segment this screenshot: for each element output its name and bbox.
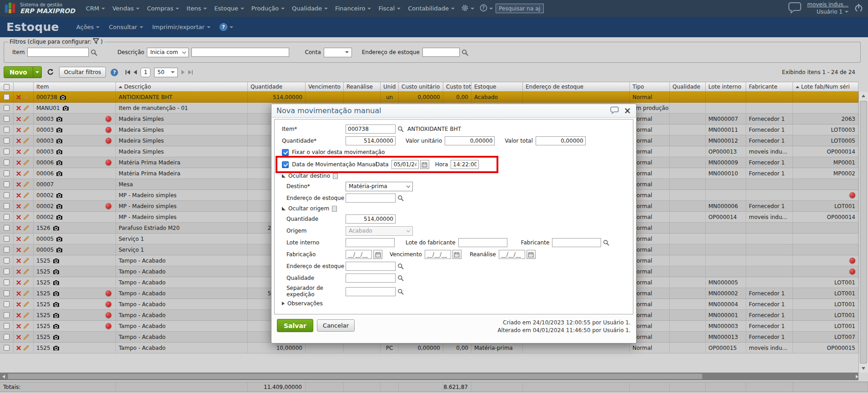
topbar-menu-5[interactable]: Produção	[251, 5, 285, 12]
endereco-estoque-input[interactable]	[346, 194, 396, 203]
topbar-menu-0[interactable]: CRM	[86, 5, 105, 12]
row-checkbox[interactable]	[4, 247, 10, 253]
delete-icon[interactable]	[16, 226, 21, 230]
horizontal-scrollbar[interactable]	[0, 373, 858, 380]
row-checkbox[interactable]	[4, 127, 10, 133]
delete-icon[interactable]	[16, 160, 21, 165]
edit-icon[interactable]	[23, 269, 29, 274]
search-icon[interactable]	[397, 263, 404, 269]
endereco-estoque-origem-input[interactable]	[346, 262, 396, 271]
delete-icon[interactable]	[16, 204, 21, 209]
reanalise-date-input[interactable]	[499, 250, 525, 259]
topbar-menu-2[interactable]: Compras	[147, 5, 179, 12]
help-icon[interactable]: ?	[110, 69, 118, 76]
topbar-menu-4[interactable]: Estoque	[214, 5, 244, 12]
vertical-scrollbar-thumb[interactable]	[860, 101, 867, 363]
calendar-icon[interactable]	[452, 250, 462, 259]
edit-icon[interactable]	[23, 214, 29, 220]
column-header-ct[interactable]: Custo total	[443, 82, 472, 91]
scroll-down-icon[interactable]	[859, 364, 868, 373]
help-search-input[interactable]	[496, 4, 544, 13]
expand-section-icon[interactable]	[282, 302, 285, 305]
column-header-rean[interactable]: Reanálise	[344, 82, 381, 91]
valor-unitario-input[interactable]	[445, 136, 495, 145]
collapse-section-icon[interactable]	[282, 207, 286, 210]
edit-icon[interactable]	[23, 290, 29, 296]
select-all-checkbox[interactable]	[4, 84, 10, 90]
topbar-menu-6[interactable]: Qualidade	[292, 5, 328, 12]
close-icon[interactable]: ×	[624, 106, 631, 115]
vencimento-date-input[interactable]	[425, 250, 451, 259]
delete-icon[interactable]	[16, 248, 21, 252]
edit-icon[interactable]	[23, 258, 29, 264]
column-header-unid[interactable]: Unid	[381, 82, 399, 91]
edit-icon[interactable]	[23, 334, 29, 340]
filter-item-input[interactable]	[27, 48, 89, 57]
calendar-icon[interactable]	[373, 250, 382, 259]
page-size-select[interactable]: 50	[154, 68, 178, 77]
row-checkbox[interactable]	[4, 301, 10, 307]
novo-dropdown-arrow[interactable]	[33, 67, 41, 78]
column-header-tipo[interactable]: Tipo	[630, 82, 670, 91]
row-checkbox[interactable]	[4, 323, 10, 329]
row-checkbox[interactable]	[4, 203, 10, 209]
scroll-left-icon[interactable]	[0, 373, 7, 380]
delete-icon[interactable]	[16, 171, 21, 176]
account-link[interactable]: moveis indus...	[807, 1, 848, 9]
edit-icon[interactable]	[23, 345, 29, 351]
edit-icon[interactable]	[23, 312, 29, 318]
row-checkbox[interactable]	[4, 345, 10, 351]
destino-select[interactable]: Matéria-prima	[346, 182, 413, 191]
delete-icon[interactable]	[16, 259, 21, 263]
topbar-menu-9[interactable]: Contabilidade	[408, 5, 455, 12]
search-icon[interactable]	[90, 49, 97, 56]
next-page-button[interactable]	[181, 70, 185, 75]
search-icon[interactable]	[397, 126, 404, 132]
search-icon[interactable]	[397, 289, 404, 295]
refresh-icon[interactable]	[47, 69, 54, 76]
column-header-qtd[interactable]: Quantidade	[248, 82, 306, 91]
fabricacao-date-input[interactable]	[346, 250, 372, 259]
edit-icon[interactable]	[23, 225, 29, 231]
filter-descricao-operator-select[interactable]: Inicia com	[147, 48, 189, 57]
valor-total-input[interactable]	[536, 136, 586, 145]
topbar-menu-8[interactable]: Fiscal	[378, 5, 401, 12]
calendar-icon[interactable]	[527, 250, 536, 259]
row-checkbox[interactable]	[4, 170, 10, 176]
previous-page-button[interactable]	[134, 70, 137, 75]
delete-icon[interactable]	[16, 335, 21, 339]
row-checkbox[interactable]	[4, 236, 10, 242]
scroll-up-icon[interactable]	[859, 92, 868, 100]
delete-icon[interactable]	[16, 117, 21, 121]
delete-icon[interactable]	[16, 313, 21, 318]
hora-input[interactable]	[451, 160, 479, 169]
row-checkbox[interactable]	[4, 138, 10, 144]
settings-menu[interactable]	[461, 4, 474, 13]
delete-icon[interactable]	[16, 139, 21, 143]
logout-power-icon[interactable]	[854, 3, 863, 14]
row-checkbox[interactable]	[4, 181, 10, 187]
delete-icon[interactable]	[16, 182, 21, 187]
filters-legend[interactable]: Filtros (clique para configurar: )	[8, 38, 105, 45]
edit-icon[interactable]	[23, 236, 29, 242]
row-checkbox[interactable]	[4, 214, 10, 220]
quantidade-input[interactable]	[346, 136, 396, 145]
first-page-button[interactable]	[125, 70, 130, 75]
delete-icon[interactable]	[16, 215, 21, 219]
column-header-est[interactable]: Estoque	[472, 82, 523, 91]
ocultar-destino-label[interactable]: Ocultar destino	[288, 173, 330, 179]
row-checkbox[interactable]	[4, 192, 10, 198]
search-icon[interactable]	[603, 239, 609, 246]
edit-icon[interactable]	[23, 94, 29, 100]
chat-bubble-icon[interactable]	[788, 2, 802, 15]
search-icon[interactable]	[397, 195, 404, 201]
column-header-fab[interactable]: Fabricante	[746, 82, 793, 91]
novo-button[interactable]: Novo	[4, 66, 42, 78]
delete-icon[interactable]	[16, 149, 21, 154]
column-header-item[interactable]: Item	[34, 82, 116, 91]
vertical-scrollbar[interactable]	[858, 92, 868, 373]
column-header-venc[interactable]: Vencimento	[306, 82, 344, 91]
chat-bubble-icon[interactable]	[610, 106, 619, 115]
delete-icon[interactable]	[16, 291, 21, 296]
fixar-valor-checkbox[interactable]	[282, 149, 289, 156]
